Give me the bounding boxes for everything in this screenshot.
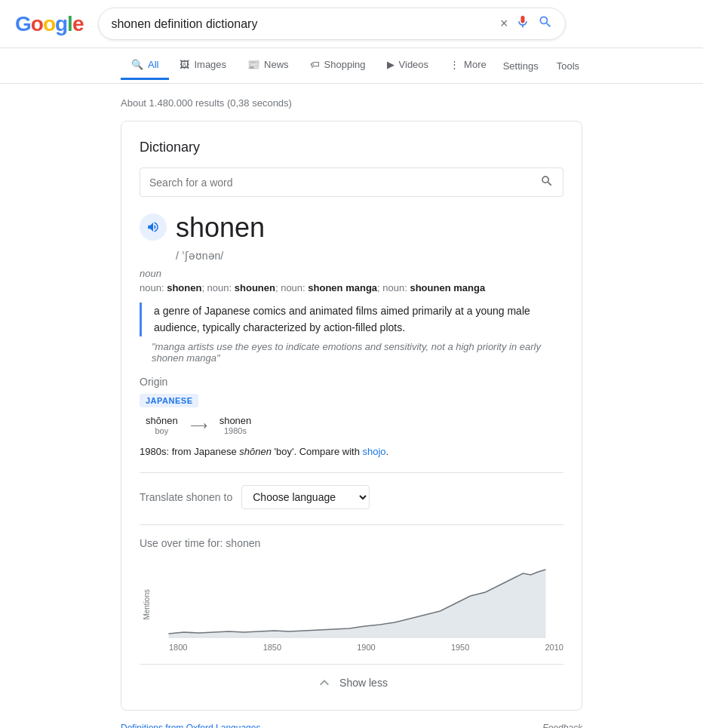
chart-y-label: Mentions — [140, 589, 151, 620]
speaker-icon — [146, 220, 160, 234]
x-label-1950: 1950 — [451, 643, 469, 652]
tab-images-label: Images — [194, 59, 226, 70]
settings-link[interactable]: Settings — [497, 53, 545, 79]
origin-text-content: 1980s: from Japanese shōnen 'boy'. Compa… — [140, 446, 362, 457]
source-link[interactable]: Definitions from Oxford Languages — [121, 723, 260, 728]
source-text: Definitions from Oxford Languages — [121, 723, 260, 728]
search-icon — [538, 14, 553, 29]
etym-item-2: shonen 1980s — [219, 415, 252, 435]
mic-button[interactable] — [515, 14, 530, 33]
x-label-1900: 1900 — [357, 643, 375, 652]
origin-badge: JAPANESE — [140, 394, 198, 407]
tab-news[interactable]: 📰 News — [237, 51, 299, 80]
etym-word-2: shonen — [219, 415, 252, 426]
shojo-link[interactable]: shojo — [362, 446, 385, 457]
usage-title: Use over time for: shonen — [140, 537, 563, 549]
nav-tabs: 🔍 All 🖼 Images 📰 News 🏷 Shopping ▶ Video… — [0, 48, 703, 84]
word-title: shonen — [176, 212, 265, 244]
search-button[interactable] — [538, 14, 553, 33]
search-input[interactable] — [111, 17, 492, 31]
speaker-button[interactable] — [140, 213, 167, 241]
tab-videos-label: Videos — [399, 59, 429, 70]
definition-text: a genre of Japanese comics and animated … — [140, 303, 563, 336]
chevron-up-icon — [315, 674, 333, 692]
translate-label: Translate shonen to — [140, 491, 232, 503]
word-pos: noun — [140, 268, 563, 279]
images-tab-icon: 🖼 — [180, 59, 189, 70]
etym-meaning-2: 1980s — [219, 426, 252, 435]
shopping-tab-icon: 🏷 — [310, 59, 320, 70]
videos-tab-icon: ▶ — [387, 59, 394, 70]
dict-footer: Definitions from Oxford Languages Feedba… — [121, 717, 582, 728]
tab-all[interactable]: 🔍 All — [121, 51, 169, 80]
origin-section: Origin JAPANESE shōnen boy ⟶ shonen 1980… — [140, 376, 563, 460]
chart-area: 1800 1850 1900 1950 2010 — [151, 558, 563, 652]
etym-meaning-1: boy — [146, 426, 178, 435]
origin-title: Origin — [140, 376, 563, 388]
tab-more-label: More — [464, 59, 487, 70]
more-tab-icon: ⋮ — [450, 59, 459, 70]
word-forms: noun: shonen; noun: shounen; noun: shone… — [140, 282, 563, 293]
show-less-label: Show less — [339, 677, 388, 689]
word-header: shonen — [140, 212, 563, 244]
settings-tools: Settings Tools — [497, 53, 585, 79]
x-label-2010: 2010 — [545, 643, 563, 652]
mic-icon — [515, 14, 530, 29]
news-tab-icon: 📰 — [247, 59, 259, 70]
x-label-1850: 1850 — [263, 643, 281, 652]
tab-videos[interactable]: ▶ Videos — [376, 51, 440, 80]
dictionary-title: Dictionary — [140, 140, 563, 155]
word-phonetic: / ˈʃəʊnən/ — [176, 250, 563, 262]
word-search-icon — [540, 174, 554, 188]
word-search-button[interactable] — [540, 174, 554, 190]
tools-link[interactable]: Tools — [551, 53, 585, 79]
feedback-link[interactable]: Feedback — [542, 723, 582, 728]
google-logo: Google — [15, 12, 83, 36]
example-quote: "manga artists use the eyes to indicate … — [140, 341, 563, 364]
show-less-button[interactable]: Show less — [140, 664, 563, 692]
tab-shopping[interactable]: 🏷 Shopping — [299, 51, 376, 80]
chart-x-labels: 1800 1850 1900 1950 2010 — [151, 643, 563, 652]
word-search-input[interactable] — [149, 177, 534, 189]
clear-button[interactable]: × — [500, 16, 508, 32]
etymology-flow: shōnen boy ⟶ shonen 1980s — [140, 415, 563, 435]
origin-text: 1980s: from Japanese shōnen 'boy'. Compa… — [140, 444, 563, 460]
word-search-bar — [140, 167, 563, 197]
results-count: About 1.480.000 results (0,38 seconds) — [121, 91, 582, 121]
etym-item-1: shōnen boy — [146, 415, 178, 435]
tab-shopping-label: Shopping — [324, 59, 366, 70]
dictionary-card: Dictionary shonen / ˈʃəʊnən/ noun — [121, 121, 582, 711]
language-select[interactable]: Choose language — [241, 485, 370, 509]
header: Google × — [0, 0, 703, 48]
search-bar: × — [98, 8, 566, 40]
tab-all-label: All — [148, 59, 158, 70]
tab-images[interactable]: 🖼 Images — [169, 51, 237, 80]
tab-news-label: News — [264, 59, 289, 70]
etym-word-1: shōnen — [146, 415, 178, 426]
x-label-1800: 1800 — [169, 643, 187, 652]
chart-wrapper: Mentions 1800 1850 1900 1950 — [140, 558, 563, 652]
tab-more[interactable]: ⋮ More — [439, 51, 497, 80]
all-tab-icon: 🔍 — [131, 59, 143, 70]
usage-section: Use over time for: shonen Mentions 1800 … — [140, 524, 563, 652]
usage-chart — [151, 558, 563, 641]
translate-section: Translate shonen to Choose language — [140, 472, 563, 521]
arrow-icon: ⟶ — [190, 418, 207, 432]
results-area: About 1.480.000 results (0,38 seconds) D… — [0, 84, 703, 728]
